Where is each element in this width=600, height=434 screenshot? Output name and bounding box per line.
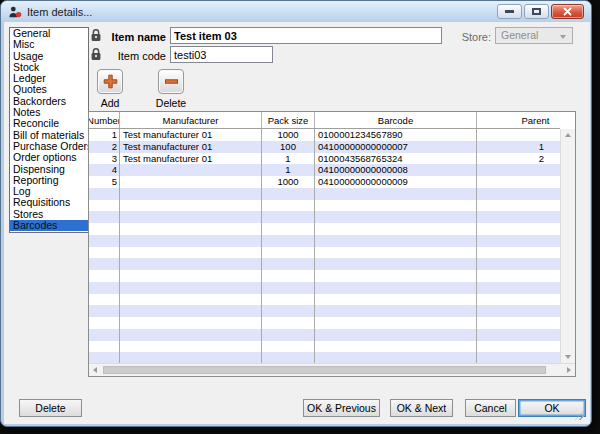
table-cell <box>262 235 315 247</box>
table-row[interactable]: 5100004100000000000009 <box>89 176 560 188</box>
table-cell <box>120 305 262 317</box>
table-cell <box>120 341 262 353</box>
item-code-input[interactable] <box>170 46 273 63</box>
ok-button[interactable]: OK <box>518 399 586 417</box>
table-cell: Test manufacturer 01 <box>120 129 262 141</box>
table-row-empty[interactable] <box>89 282 560 294</box>
table-cell <box>477 188 560 200</box>
store-dropdown: General <box>495 27 573 44</box>
item-details-window: Item details... GeneralMiscUsageStockLed… <box>0 0 592 427</box>
table-cell <box>477 317 560 329</box>
scroll-left-icon[interactable] <box>93 367 97 373</box>
ok-next-button[interactable]: OK & Next <box>390 399 453 417</box>
table-row[interactable]: 1Test manufacturer 011000010000123456789… <box>89 129 560 141</box>
table-cell: 2 <box>89 141 120 153</box>
maximize-icon <box>532 8 541 15</box>
table-cell <box>120 294 262 306</box>
delete-button[interactable]: Delete <box>19 399 82 417</box>
maximize-button[interactable] <box>524 4 549 19</box>
table-cell <box>89 188 120 200</box>
table-row-empty[interactable] <box>89 341 560 353</box>
cancel-button[interactable]: Cancel <box>465 399 516 417</box>
table-header: NumberManufacturerPack sizeBarcodeParent <box>89 112 560 129</box>
table-cell <box>120 282 262 294</box>
close-button[interactable] <box>551 4 584 19</box>
table-cell <box>89 341 120 353</box>
table-cell <box>315 188 477 200</box>
delete-row-button[interactable] <box>158 69 184 94</box>
table-cell <box>89 305 120 317</box>
table-cell <box>477 200 560 212</box>
table-row[interactable]: 4104100000000000008 <box>89 164 560 176</box>
table-cell <box>89 270 120 282</box>
sidebar-item-reconcile[interactable]: Reconcile <box>10 118 88 129</box>
table-cell <box>120 211 262 223</box>
scroll-down-icon[interactable] <box>565 355 571 359</box>
table-row-empty[interactable] <box>89 305 560 317</box>
scroll-right-icon[interactable] <box>567 367 571 373</box>
table-row-empty[interactable] <box>89 247 560 259</box>
table-cell <box>120 317 262 329</box>
table-cell <box>89 200 120 212</box>
table-row-empty[interactable] <box>89 235 560 247</box>
table-row-empty[interactable] <box>89 188 560 200</box>
table-cell <box>477 294 560 306</box>
table-row[interactable]: 2Test manufacturer 011000410000000000000… <box>89 141 560 153</box>
table-cell <box>262 211 315 223</box>
window-controls <box>497 4 584 19</box>
vertical-scrollbar[interactable] <box>560 129 575 363</box>
item-icon <box>8 5 22 19</box>
table-cell: 4 <box>89 164 120 176</box>
table-cell <box>477 270 560 282</box>
column-header-pack-size[interactable]: Pack size <box>262 112 315 128</box>
table-cell <box>262 294 315 306</box>
table-cell <box>262 305 315 317</box>
table-cell: Test manufacturer 01 <box>120 153 262 165</box>
table-row-empty[interactable] <box>89 317 560 329</box>
delete-button-label: Delete <box>149 97 193 109</box>
table-row-empty[interactable] <box>89 329 560 341</box>
table-body: 1Test manufacturer 011000010000123456789… <box>89 129 560 363</box>
column-header-barcode[interactable]: Barcode <box>315 112 477 128</box>
sidebar: GeneralMiscUsageStockLedgerQuotesBackord… <box>9 27 89 233</box>
add-button[interactable] <box>97 69 123 94</box>
table-row-empty[interactable] <box>89 352 560 363</box>
table-cell <box>120 270 262 282</box>
sidebar-item-misc[interactable]: Misc <box>10 39 88 50</box>
item-name-input[interactable] <box>170 27 442 44</box>
table-cell: 1000 <box>262 129 315 141</box>
ok-previous-button[interactable]: OK & Previous <box>303 399 380 417</box>
table-cell <box>315 305 477 317</box>
table-cell <box>120 329 262 341</box>
table-cell <box>262 223 315 235</box>
titlebar[interactable]: Item details... <box>1 1 591 22</box>
store-label: Store: <box>450 31 491 43</box>
sidebar-item-barcodes[interactable]: Barcodes <box>10 220 88 231</box>
horizontal-scrollbar[interactable] <box>89 363 575 376</box>
table-cell: 04100000000000008 <box>315 164 477 176</box>
horizontal-scroll-thumb[interactable] <box>103 366 546 374</box>
minimize-button[interactable] <box>497 4 522 19</box>
table-cell: 1 <box>477 141 560 153</box>
table-row[interactable]: 3Test manufacturer 01101000435687653242 <box>89 153 560 165</box>
column-header-manufacturer[interactable]: Manufacturer <box>120 112 262 128</box>
table-cell <box>120 247 262 259</box>
sidebar-item-order-options[interactable]: Order options <box>10 152 88 163</box>
table-row-empty[interactable] <box>89 200 560 212</box>
table-cell <box>262 317 315 329</box>
table-row-empty[interactable] <box>89 223 560 235</box>
table-cell <box>262 200 315 212</box>
column-header-parent[interactable]: Parent <box>477 112 560 128</box>
store-value: General <box>501 29 538 41</box>
scroll-up-icon[interactable] <box>565 133 571 137</box>
item-name-label: Item name <box>96 31 166 43</box>
table-row-empty[interactable] <box>89 211 560 223</box>
table-row-empty[interactable] <box>89 270 560 282</box>
table-row-empty[interactable] <box>89 294 560 306</box>
table-cell: 04100000000000009 <box>315 176 477 188</box>
table-row-empty[interactable] <box>89 258 560 270</box>
table-cell <box>120 188 262 200</box>
table-cell: 100 <box>262 141 315 153</box>
column-header-number[interactable]: Number <box>89 112 120 128</box>
table-cell <box>89 235 120 247</box>
